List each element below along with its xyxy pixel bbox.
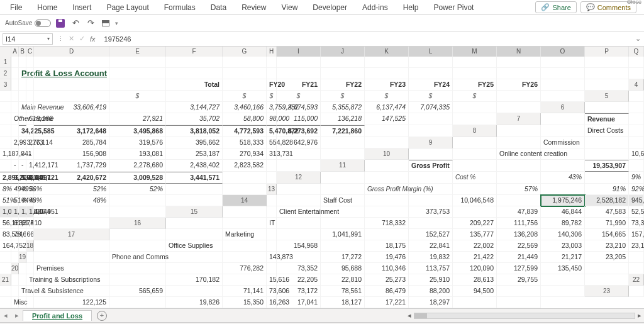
data-cell[interactable]: 2,823,582 [223,160,267,172]
share-button[interactable]: 🔗Share [535,1,576,13]
data-cell[interactable]: 56% [26,184,34,195]
row-header[interactable]: 13 [267,184,277,195]
data-cell[interactable]: 1,929,397 [19,172,26,184]
data-cell[interactable]: 3,144,727 [166,102,223,113]
row-header[interactable]: 19 [19,252,26,263]
data-cell[interactable]: 6,273,692 [277,125,321,137]
row-header[interactable]: 6 [541,102,585,113]
data-cell[interactable]: 73,172 [277,286,321,297]
data-cell[interactable]: 15,616 [267,274,277,286]
data-cell[interactable]: 29,755 [497,274,541,286]
data-cell[interactable]: 56,183 [0,218,11,229]
data-cell[interactable]: 22,841 [409,240,453,252]
data-cell[interactable]: 22,569 [497,240,541,252]
data-cell[interactable]: 3,495,868 [109,125,166,137]
data-cell[interactable]: 19,832 [409,252,453,263]
horizontal-scrollbar[interactable]: ◂ ▸ [405,311,644,320]
data-cell[interactable]: 47,839 [497,206,541,218]
data-cell[interactable]: 2,446,121 [26,172,34,184]
expand-formula-bar-icon[interactable]: ⌄ [631,35,644,43]
row-header[interactable]: 2 [0,68,11,79]
row-header[interactable]: 9 [409,137,453,148]
data-cell[interactable]: 2,896,534 [0,172,11,184]
data-cell[interactable]: - [19,148,26,160]
data-cell[interactable]: 135,777 [453,229,497,240]
data-cell[interactable]: 209,227 [453,218,497,229]
data-cell[interactable]: 253,187 [166,148,223,160]
scroll-right-icon[interactable]: ▸ [635,311,644,320]
tab-formulas[interactable]: Formulas [157,1,203,14]
new-sheet-button[interactable]: + [97,311,107,321]
data-cell[interactable]: 154,665 [585,229,629,240]
row-header[interactable]: 14 [223,195,267,206]
data-cell[interactable]: 193,081 [109,148,166,160]
data-cell[interactable]: 18,127 [321,297,365,308]
data-cell[interactable]: 3,210,084 [11,172,19,184]
data-cell[interactable]: 8% [0,184,11,195]
name-box[interactable]: I14▾ [3,33,53,45]
data-cell[interactable]: 61,410 [19,218,26,229]
row-header[interactable]: 18 [26,240,34,252]
row-header[interactable]: 4 [629,79,644,91]
data-cell[interactable]: 135,450 [541,263,585,274]
tab-nav-prev[interactable]: ◂ [0,311,11,320]
data-cell[interactable]: 92% [629,184,644,195]
data-cell[interactable]: 110,346 [365,263,409,274]
data-cell[interactable]: 3,818,052 [166,125,223,137]
row-header[interactable]: 12 [277,172,321,184]
data-cell[interactable]: 5,470,872 [267,125,277,137]
formula-input[interactable] [101,33,631,45]
data-cell[interactable]: - [26,148,34,160]
data-cell[interactable]: 3,009,528 [109,172,166,184]
row-header[interactable]: 1 [0,57,11,68]
data-cell[interactable]: 44% [19,195,26,206]
data-cell[interactable]: 22,810 [321,274,365,286]
row-header[interactable]: 23 [585,286,629,297]
select-all-triangle[interactable] [0,47,11,57]
data-cell[interactable]: 1,412,171 [26,160,34,172]
data-cell[interactable]: 23,205 [585,252,629,263]
data-cell[interactable]: 35,702 [166,113,223,125]
data-cell[interactable]: 21,217 [541,252,585,263]
data-cell[interactable]: 88,200 [409,286,453,297]
data-cell[interactable]: 518,333 [223,137,267,148]
data-cell[interactable]: 91% [585,184,629,195]
data-cell[interactable]: 22,002 [453,240,497,252]
data-cell[interactable]: 9% [629,172,644,184]
tab-file[interactable]: File [3,1,30,14]
data-cell[interactable]: 3,172,648 [34,125,109,137]
data-cell[interactable]: 1,254,044 [19,206,26,218]
data-cell[interactable]: 52% [34,184,109,195]
data-cell[interactable]: 2,278,680 [109,160,166,172]
tab-addins[interactable]: Add-ins [355,1,396,14]
data-cell[interactable]: 152,527 [409,229,453,240]
row-header[interactable]: 21 [0,274,11,286]
data-cell[interactable]: 136,208 [497,229,541,240]
row-header[interactable]: 7 [497,113,541,125]
data-cell[interactable]: 21,449 [497,252,541,263]
data-cell[interactable]: 52,519 [629,206,644,218]
data-cell[interactable]: 18,297 [409,297,453,308]
data-cell[interactable]: 7,074,335 [409,102,453,113]
row-header[interactable]: 15 [166,206,223,218]
data-cell[interactable]: 28,613 [453,274,497,286]
data-cell[interactable]: 52% [109,184,166,195]
row-header[interactable]: 17 [34,229,109,240]
row-header[interactable]: 22 [629,274,644,286]
tab-help[interactable]: Help [396,1,426,14]
data-cell[interactable]: 18,175 [365,240,409,252]
data-cell[interactable]: 164,752 [0,240,11,252]
data-cell[interactable]: 17,272 [321,252,365,263]
data-cell[interactable]: - [11,160,19,172]
data-cell[interactable]: 47,583 [585,206,629,218]
tab-review[interactable]: Review [234,1,274,14]
data-cell[interactable]: 19,826 [166,297,223,308]
data-cell[interactable]: 48% [34,195,109,206]
data-cell[interactable]: 113,757 [409,263,453,274]
data-cell[interactable]: 49% [19,184,26,195]
data-cell[interactable]: 554,828 [267,137,277,148]
tab-powerpivot[interactable]: Power Pivot [426,1,481,14]
data-cell[interactable]: 115,000 [277,113,321,125]
tab-home[interactable]: Home [30,1,65,14]
data-cell[interactable]: 73,606 [267,286,277,297]
